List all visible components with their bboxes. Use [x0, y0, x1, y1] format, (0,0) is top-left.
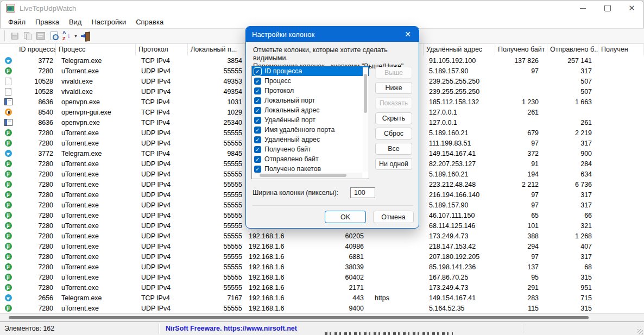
ok-button[interactable]: OK — [325, 211, 366, 223]
dialog-button-все[interactable]: Все — [375, 143, 412, 155]
column-list-item[interactable]: Удалённый порт — [252, 115, 369, 125]
table-row[interactable]: 7280 uTorrent.exe UDP IPv4 55555 192.168… — [0, 282, 644, 293]
dropdown-caret-icon[interactable]: ▼ — [74, 34, 78, 38]
column-header-10[interactable]: Отправлено б... — [547, 44, 598, 56]
table-row[interactable]: 2656 Telegram.exe TCP IPv4 7167 192.168.… — [0, 293, 644, 303]
scrollbar-thumb[interactable] — [260, 174, 346, 177]
checkbox-checked-icon[interactable] — [254, 127, 261, 134]
cell-local-address: 192.168.1.6 — [244, 253, 321, 261]
dialog-button-ниже[interactable]: Ниже — [375, 82, 412, 94]
dialog-button-выше[interactable]: Выше — [375, 67, 412, 79]
menu-item-настройки[interactable]: Настройки — [86, 16, 131, 28]
utorrent-icon — [0, 201, 16, 208]
column-list-item[interactable]: Удалённый адрес — [252, 135, 369, 144]
checkbox-checked-icon[interactable] — [254, 156, 261, 163]
dialog-button-ни-одной[interactable]: Ни одной — [375, 158, 412, 170]
column-list-item[interactable]: Процесс — [252, 76, 369, 86]
cell-protocol: UDP IPv4 — [136, 243, 188, 250]
dialog-titlebar[interactable]: Настройки колонок ✕ — [246, 27, 419, 42]
checkbox-checked-icon[interactable] — [254, 146, 261, 153]
checkbox-checked-icon[interactable] — [254, 136, 261, 143]
table-row[interactable]: 7280 uTorrent.exe UDP IPv4 55555 192.168… — [0, 272, 644, 282]
cell-process: Telegram.exe — [56, 57, 136, 65]
column-width-input[interactable] — [350, 187, 375, 198]
cell-sent-bytes: 2 219 — [547, 129, 598, 137]
utorrent-icon — [0, 305, 16, 312]
scrollbar-thumb[interactable] — [9, 316, 589, 319]
dialog-button-показать[interactable]: Показать — [375, 97, 412, 109]
checkbox-checked-icon[interactable] — [254, 68, 261, 75]
column-list-item[interactable]: Имя удалённого порта — [252, 125, 369, 135]
table-row[interactable]: 7280 uTorrent.exe UDP IPv4 55555 192.168… — [0, 251, 644, 262]
columns-listbox: ID процесса Процесс Протокол Локальный п… — [251, 66, 369, 179]
listbox-horizontal-scrollbar[interactable] — [252, 173, 362, 178]
horizontal-scrollbar[interactable] — [0, 313, 644, 322]
dialog-button-скрыть[interactable]: Скрыть — [375, 112, 412, 124]
dialog-close-button[interactable]: ✕ — [397, 27, 419, 42]
column-header-0[interactable] — [0, 44, 16, 56]
resize-grip[interactable] — [637, 329, 643, 334]
nirsoft-link[interactable]: NirSoft Freeware. https://www.nirsoft.ne… — [166, 325, 297, 332]
table-row[interactable]: 7280 uTorrent.exe UDP IPv4 55555 192.168… — [0, 262, 644, 272]
checkbox-checked-icon[interactable] — [254, 97, 261, 104]
menu-item-справка[interactable]: Справка — [131, 16, 168, 28]
table-row[interactable]: 7280 uTorrent.exe UDP IPv4 55555 192.168… — [0, 303, 644, 313]
scrollbar-thumb[interactable] — [364, 74, 367, 113]
table-row[interactable]: 7280 uTorrent.exe UDP IPv4 55555 192.168… — [0, 231, 644, 241]
column-list-item[interactable]: ID процесса — [252, 66, 369, 76]
column-header-2[interactable]: Процесс — [56, 44, 136, 56]
cell-sent-bytes: 634 — [547, 170, 598, 178]
checkbox-checked-icon[interactable] — [254, 78, 261, 85]
checkbox-checked-icon[interactable] — [254, 87, 261, 94]
cell-process-id: 3772 — [16, 57, 56, 65]
column-list-item[interactable]: Локальный адрес — [252, 105, 369, 115]
find-button[interactable] — [47, 30, 60, 42]
minimize-button[interactable] — [571, 0, 595, 16]
cancel-button[interactable]: Отмена — [373, 211, 414, 223]
checkbox-checked-icon[interactable] — [254, 117, 261, 124]
cell-process-id: 7280 — [16, 201, 56, 209]
cell-process: uTorrent.exe — [56, 67, 136, 75]
column-header-3[interactable]: Протокол — [136, 44, 188, 56]
properties-button[interactable] — [34, 30, 47, 42]
menu-item-правка[interactable]: Правка — [30, 16, 64, 28]
utorrent-icon — [0, 160, 16, 167]
column-header-8[interactable]: Удалённый адрес — [424, 44, 495, 56]
cell-remote-port: 38039 — [321, 263, 366, 271]
column-list-item-label: Имя удалённого порта — [264, 126, 334, 134]
cell-local-port: 55555 — [188, 129, 244, 137]
exit-button[interactable] — [79, 30, 92, 42]
cell-remote-address: 239.255.255.250 — [424, 78, 495, 85]
cell-process-id: 7280 — [16, 140, 56, 147]
column-list-item[interactable]: Локальный порт — [252, 96, 369, 105]
cell-local-address: 192.168.1.6 — [244, 274, 321, 281]
menu-item-вид[interactable]: Вид — [64, 16, 87, 28]
cell-remote-address: 185.112.158.132 — [424, 98, 495, 106]
checkbox-checked-icon[interactable] — [254, 107, 261, 114]
dialog-button-сброс[interactable]: Сброс — [375, 128, 412, 140]
close-button[interactable]: ✕ — [620, 0, 644, 16]
openvpn-icon — [0, 119, 16, 126]
listbox-vertical-scrollbar[interactable] — [363, 67, 368, 172]
maximize-button[interactable] — [595, 0, 620, 16]
checkbox-checked-icon[interactable] — [254, 166, 261, 173]
save-button[interactable] — [8, 30, 21, 42]
cell-local-port: 1031 — [188, 98, 244, 106]
cell-local-port: 25340 — [188, 119, 244, 127]
menu-item-файл[interactable]: Файл — [3, 16, 30, 28]
cell-process-id: 7280 — [16, 243, 56, 250]
cell-process-id: 7280 — [16, 160, 56, 168]
column-header-4[interactable]: Локальный п... — [188, 44, 244, 56]
column-list-item[interactable]: Отправлено байт — [252, 154, 369, 164]
statusbar-divider — [523, 324, 523, 334]
column-list-item[interactable]: Получено байт — [252, 144, 369, 154]
copy-button[interactable] — [21, 30, 34, 42]
sort-button[interactable]: AZ↓ — [60, 30, 73, 42]
column-list-item[interactable]: Протокол — [252, 86, 369, 96]
column-header-11[interactable]: Получен — [598, 44, 644, 56]
cell-sent-bytes: 507 — [547, 88, 598, 96]
column-header-9[interactable]: Получено байт — [495, 44, 547, 56]
column-header-1[interactable]: ID процесса — [16, 44, 56, 56]
properties-icon — [36, 32, 45, 40]
table-row[interactable]: 7280 uTorrent.exe UDP IPv4 55555 192.168… — [0, 241, 644, 251]
